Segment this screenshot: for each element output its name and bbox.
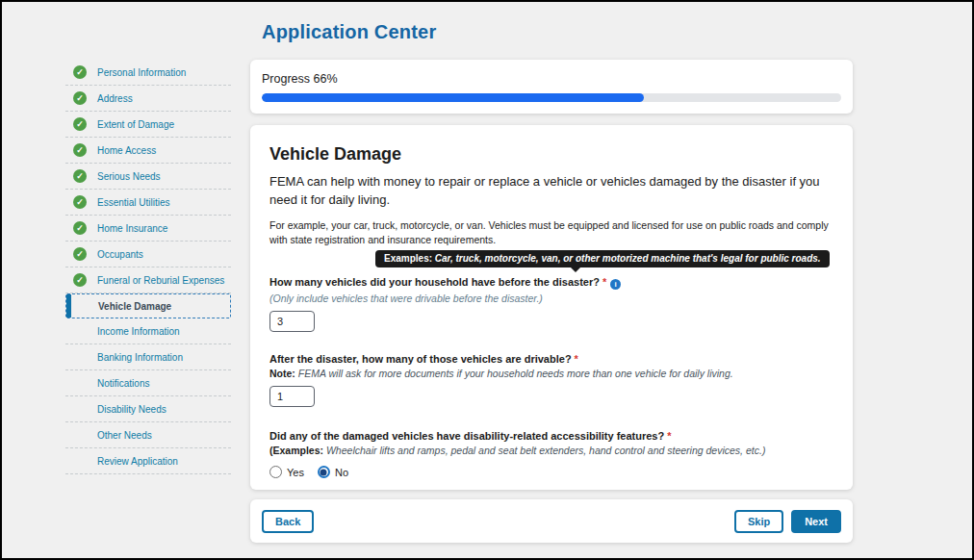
question-vehicles-drivable: After the disaster, how many of those ve… <box>269 353 833 365</box>
radio-option-no[interactable]: No <box>318 466 348 478</box>
completed-check-icon: ✓ <box>73 65 87 79</box>
sidebar-item-label: Occupants <box>97 249 143 260</box>
sidebar-item-label: Notifications <box>97 378 149 389</box>
radio-option-yes[interactable]: Yes <box>269 466 304 478</box>
tooltip-arrow-down <box>571 267 580 272</box>
section-heading: Vehicle Damage <box>269 144 833 165</box>
sidebar-item-review-application[interactable]: Review Application <box>65 448 231 474</box>
accessibility-radio-group: YesNo <box>269 466 833 478</box>
tooltip-anchor: Examples: Car, truck, motorcycle, van, o… <box>269 248 833 276</box>
progress-bar-track <box>262 93 841 102</box>
sidebar-item-banking-information[interactable]: Banking Information <box>65 344 231 370</box>
examples-tooltip: Examples: Car, truck, motorcycle, van, o… <box>375 250 830 267</box>
sidebar-item-label: Essential Utilities <box>97 197 170 208</box>
info-icon[interactable]: i <box>610 279 621 290</box>
completed-check-icon: ✓ <box>73 221 87 235</box>
sidebar-item-label: Disability Needs <box>97 404 167 415</box>
completed-check-icon: ✓ <box>73 273 87 287</box>
completed-check-icon: ✓ <box>73 247 87 261</box>
examples-text: Wheelchair lifts and ramps, pedal and se… <box>326 445 765 456</box>
app-window: ✓Personal Information✓Address✓Extent of … <box>0 0 974 560</box>
sidebar-item-occupants[interactable]: ✓Occupants <box>65 242 231 267</box>
sidebar-item-personal-information[interactable]: ✓Personal Information <box>65 60 231 86</box>
back-button[interactable]: Back <box>262 510 314 533</box>
question-note: Note: FEMA will ask for more documents i… <box>269 368 833 379</box>
question-accessibility-features: Did any of the damaged vehicles have dis… <box>269 430 833 442</box>
question-vehicles-before: How many vehicles did your household hav… <box>269 276 833 290</box>
sidebar-item-label: Income Information <box>97 326 180 337</box>
required-asterisk: * <box>602 276 606 288</box>
main-column: Application Center Progress 66% Vehicle … <box>250 2 853 560</box>
sidebar-item-funeral-or-reburial-expenses[interactable]: ✓Funeral or Reburial Expenses <box>65 267 231 293</box>
required-asterisk: * <box>575 353 578 365</box>
sidebar-item-label: Address <box>97 93 133 104</box>
sidebar-item-essential-utilities[interactable]: ✓Essential Utilities <box>65 190 231 216</box>
sidebar-item-label: Home Access <box>97 145 156 156</box>
actions-bar: Back Skip Next <box>250 499 853 543</box>
required-asterisk: * <box>667 430 671 442</box>
tooltip-text: Car, truck, motorcycle, van, or other mo… <box>435 253 821 264</box>
vehicles-before-input[interactable] <box>269 311 315 332</box>
lead-paragraph: FEMA can help with money to repair or re… <box>269 173 833 210</box>
progress-bar-fill <box>262 93 644 102</box>
sidebar-item-address[interactable]: ✓Address <box>65 86 231 112</box>
sidebar-nav: ✓Personal Information✓Address✓Extent of … <box>65 60 231 474</box>
completed-check-icon: ✓ <box>73 117 87 131</box>
sidebar-item-notifications[interactable]: Notifications <box>65 370 231 396</box>
sidebar-item-label: Banking Information <box>97 352 183 363</box>
sidebar-item-home-insurance[interactable]: ✓Home Insurance <box>65 216 231 242</box>
vehicle-damage-form: Vehicle Damage FEMA can help with money … <box>250 125 853 490</box>
detail-paragraph: For example, your car, truck, motorcycle… <box>269 218 833 249</box>
radio-selected-icon[interactable] <box>318 466 330 478</box>
sidebar-item-vehicle-damage[interactable]: Vehicle Damage <box>65 293 231 318</box>
next-button[interactable]: Next <box>791 510 841 533</box>
progress-label: Progress 66% <box>262 72 841 86</box>
question-hint: (Only include vehicles that were drivabl… <box>269 293 833 304</box>
sidebar-item-home-access[interactable]: ✓Home Access <box>65 138 231 164</box>
examples-prefix: (Examples: <box>269 445 323 456</box>
question-examples: (Examples: Wheelchair lifts and ramps, p… <box>269 445 833 456</box>
sidebar-item-other-needs[interactable]: Other Needs <box>65 422 231 448</box>
progress-card: Progress 66% <box>250 60 853 114</box>
completed-check-icon: ✓ <box>73 195 87 209</box>
sidebar-item-label: Funeral or Reburial Expenses <box>97 275 224 286</box>
sidebar-item-extent-of-damage[interactable]: ✓Extent of Damage <box>65 112 231 138</box>
radio-option-label: Yes <box>287 467 304 478</box>
sidebar-item-label: Home Insurance <box>97 223 167 234</box>
sidebar-item-income-information[interactable]: Income Information <box>65 318 231 344</box>
sidebar-item-label: Personal Information <box>97 67 186 78</box>
sidebar-item-label: Vehicle Damage <box>98 301 171 312</box>
sidebar-item-serious-needs[interactable]: ✓Serious Needs <box>65 164 231 190</box>
completed-check-icon: ✓ <box>73 91 87 105</box>
completed-check-icon: ✓ <box>73 143 87 157</box>
sidebar-item-label: Serious Needs <box>97 171 161 182</box>
sidebar-item-label: Review Application <box>97 456 178 467</box>
skip-button[interactable]: Skip <box>734 510 783 533</box>
sidebar-item-disability-needs[interactable]: Disability Needs <box>65 396 231 422</box>
completed-check-icon: ✓ <box>73 169 87 183</box>
tooltip-prefix: Examples: <box>384 253 432 264</box>
radio-option-label: No <box>335 467 348 478</box>
page-title: Application Center <box>262 21 436 43</box>
sidebar-item-label: Other Needs <box>97 430 152 441</box>
vehicles-drivable-input[interactable] <box>269 386 315 407</box>
radio-unselected-icon[interactable] <box>269 466 282 478</box>
note-prefix: Note: <box>269 368 295 379</box>
note-text: FEMA will ask for more documents if your… <box>298 368 733 379</box>
sidebar-item-label: Extent of Damage <box>97 119 174 130</box>
